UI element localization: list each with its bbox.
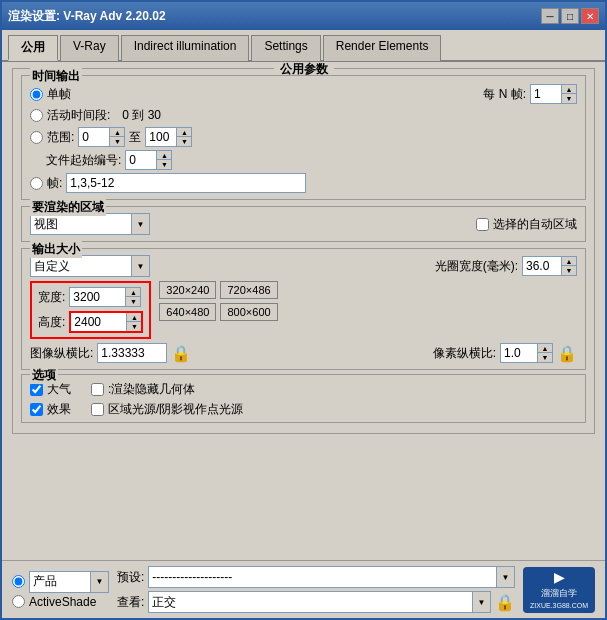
single-frame-radio[interactable] — [30, 88, 43, 101]
range-to-up[interactable]: ▲ — [177, 128, 191, 137]
every-n-up[interactable]: ▲ — [562, 85, 576, 94]
file-num-down[interactable]: ▼ — [157, 160, 171, 169]
region-dropdown-wrap[interactable]: ▼ — [30, 213, 150, 235]
active-time-row: 活动时间段: 0 到 30 — [30, 107, 577, 124]
every-n-label: 每 N 帧: — [483, 86, 526, 103]
maximize-button[interactable]: □ — [561, 8, 579, 24]
height-down[interactable]: ▼ — [127, 322, 141, 331]
product-dropdown[interactable]: ▼ — [29, 571, 109, 593]
height-up[interactable]: ▲ — [127, 313, 141, 322]
region-input[interactable] — [31, 216, 131, 232]
aperture-spinner[interactable]: ▲ ▼ — [522, 256, 577, 276]
width-spinner[interactable]: ▲ ▼ — [69, 287, 141, 307]
preset-dropdown-btn-bottom[interactable]: ▼ — [496, 567, 514, 587]
range-to-spinner[interactable]: ▲ ▼ — [145, 127, 192, 147]
region-dropdown-btn[interactable]: ▼ — [131, 214, 149, 234]
option-label: 选项 — [30, 367, 58, 384]
height-spinner[interactable]: ▲ ▼ — [69, 311, 143, 333]
every-n-spinner[interactable]: ▲ ▼ — [530, 84, 577, 104]
range-from-spinner[interactable]: ▲ ▼ — [78, 127, 125, 147]
aperture-up[interactable]: ▲ — [562, 257, 576, 266]
file-num-up[interactable]: ▲ — [157, 151, 171, 160]
preset-row: 预设: ▼ — [117, 566, 515, 588]
activeshade-row: ActiveShade — [12, 595, 109, 609]
effects-check[interactable] — [30, 403, 43, 416]
size-btn-320[interactable]: 320×240 — [159, 281, 216, 299]
preset-input-bottom[interactable] — [149, 569, 496, 585]
tab-gongyong[interactable]: 公用 — [8, 35, 58, 61]
width-up[interactable]: ▲ — [126, 288, 140, 297]
bottom-right-col: 预设: ▼ 查看: ▼ 🔒 — [117, 566, 515, 613]
atmos-check[interactable] — [30, 383, 43, 396]
activeshade-radio[interactable] — [12, 595, 25, 608]
range-to-input[interactable] — [146, 128, 176, 146]
preset-dropdown-wrap-bottom[interactable]: ▼ — [148, 566, 515, 588]
width-down[interactable]: ▼ — [126, 297, 140, 306]
single-frame-row: 单帧 每 N 帧: ▲ ▼ — [30, 84, 577, 104]
watermark-line2: ZIXUE.3G88.COM — [530, 602, 588, 609]
effects-row: 效果 — [30, 401, 71, 418]
tab-vray[interactable]: V-Ray — [60, 35, 119, 61]
auto-region-label: 选择的自动区域 — [493, 216, 577, 233]
tab-settings[interactable]: Settings — [251, 35, 320, 61]
lock-icon-right[interactable]: 🔒 — [557, 344, 577, 363]
watermark-icon: ▶ — [554, 570, 564, 585]
pixel-ratio-down[interactable]: ▼ — [538, 353, 552, 362]
preset-dropdown-btn[interactable]: ▼ — [131, 256, 149, 276]
time-output-label: 时间输出 — [30, 68, 82, 85]
close-button[interactable]: ✕ — [581, 8, 599, 24]
size-btn-640[interactable]: 640×480 — [159, 303, 216, 321]
param-section: 公用参数 时间输出 单帧 每 N 帧: ▲ ▼ — [12, 68, 595, 434]
main-content: 公用参数 时间输出 单帧 每 N 帧: ▲ ▼ — [2, 62, 605, 560]
range-from-up[interactable]: ▲ — [110, 128, 124, 137]
pixel-ratio-up[interactable]: ▲ — [538, 344, 552, 353]
size-btn-800[interactable]: 800×600 — [220, 303, 277, 321]
area-lights-check[interactable] — [91, 403, 104, 416]
active-time-radio[interactable] — [30, 109, 43, 122]
size-group: 输出大小 ▼ 光圈宽度(毫米): ▲ ▼ — [21, 248, 586, 370]
region-label: 要渲染的区域 — [30, 199, 106, 216]
height-row: 高度: ▲ ▼ — [38, 311, 143, 333]
preset-input[interactable] — [31, 258, 131, 274]
pixel-ratio-spinner[interactable]: ▲ ▼ — [500, 343, 553, 363]
bottom-left-col: ▼ ActiveShade — [12, 571, 109, 609]
size-btn-720[interactable]: 720×486 — [220, 281, 277, 299]
view-lock-icon[interactable]: 🔒 — [495, 593, 515, 612]
product-input[interactable] — [30, 574, 90, 590]
every-n-input[interactable] — [531, 85, 561, 103]
window-container: 渲染设置: V-Ray Adv 2.20.02 ─ □ ✕ 公用 V-Ray I… — [0, 0, 607, 620]
range-from-input[interactable] — [79, 128, 109, 146]
tab-render-elements[interactable]: Render Elements — [323, 35, 442, 61]
view-input[interactable] — [149, 594, 472, 610]
preset-dropdown-wrap[interactable]: ▼ — [30, 255, 150, 277]
frame-input[interactable] — [66, 173, 306, 193]
image-ratio-input[interactable] — [97, 343, 167, 363]
height-input[interactable] — [71, 313, 126, 331]
frame-radio[interactable] — [30, 177, 43, 190]
file-num-input[interactable] — [126, 151, 156, 169]
product-dropdown-btn[interactable]: ▼ — [90, 572, 108, 592]
pixel-ratio-input[interactable] — [501, 344, 537, 362]
view-row: 查看: ▼ 🔒 — [117, 591, 515, 613]
view-dropdown-wrap[interactable]: ▼ — [148, 591, 491, 613]
product-radio[interactable] — [12, 575, 25, 588]
every-n-down[interactable]: ▼ — [562, 94, 576, 103]
minimize-button[interactable]: ─ — [541, 8, 559, 24]
aperture-input[interactable] — [523, 257, 561, 275]
aperture-down[interactable]: ▼ — [562, 266, 576, 275]
hide-geo-check[interactable] — [91, 383, 104, 396]
range-radio[interactable] — [30, 131, 43, 144]
file-num-spinner[interactable]: ▲ ▼ — [125, 150, 172, 170]
option-group: 选项 大气 效果 — [21, 374, 586, 423]
active-time-label: 活动时间段: — [47, 107, 110, 124]
tab-indirect[interactable]: Indirect illumination — [121, 35, 250, 61]
range-from-down[interactable]: ▼ — [110, 137, 124, 146]
product-row: ▼ — [12, 571, 109, 593]
view-dropdown-btn[interactable]: ▼ — [472, 592, 490, 612]
range-label: 范围: — [47, 129, 74, 146]
width-input[interactable] — [70, 288, 125, 306]
auto-region-check[interactable] — [476, 218, 489, 231]
range-to-down[interactable]: ▼ — [177, 137, 191, 146]
lock-icon-left[interactable]: 🔒 — [171, 344, 191, 363]
preset-label: 预设: — [117, 569, 144, 586]
